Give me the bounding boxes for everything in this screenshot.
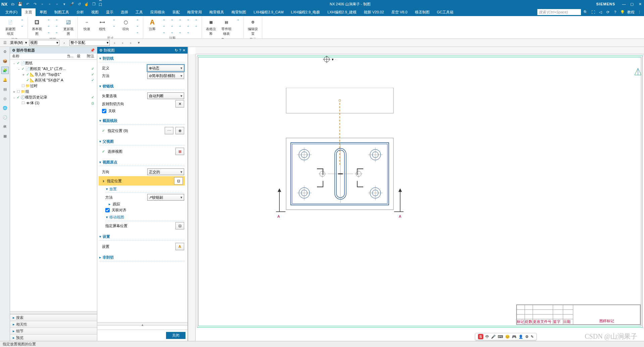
specify-position-row[interactable]: ⏵指定位置 ⊡ [99,176,185,186]
note-icon[interactable]: ▫ [161,17,167,23]
dim-icon[interactable]: ▫ [111,23,117,29]
tree-row[interactable]: ☐👁体 (1)⎙ [10,100,97,106]
note-icon[interactable]: ▫ [193,23,200,29]
note-icon[interactable]: ▫ [193,17,200,23]
note-icon[interactable]: ▫ [185,23,192,29]
minimize-button[interactable]: — [621,2,627,6]
note-icon[interactable]: ▫ [169,23,175,29]
qat-icon[interactable]: ▾ [62,1,67,7]
bell-icon[interactable]: 🔔 [2,76,8,83]
fullscreen-icon[interactable]: ⛶ [590,10,596,14]
menu-file[interactable]: 文件(F) [2,8,21,16]
dim-icon[interactable]: ▫ [111,17,117,23]
parts-list-button[interactable]: ▤零件明细表 [219,17,233,37]
menu-app[interactable]: 应用模块 [147,8,168,16]
nav-tree[interactable]: -✓📄图纸-✓📄图纸页 "A3_1" (工作...✓+✓📐导入的 "Top@1"… [10,60,97,311]
sec-cutline[interactable]: ▾剖切线 [99,55,185,62]
nav-back-icon[interactable]: ◁ [598,10,603,14]
drawing-canvas[interactable]: ▾· [188,47,644,341]
ime-tray[interactable]: S 中 🎤 ⌨ 😊 🎮 👤 ⚙ ✎ [475,333,537,340]
definition-combo[interactable]: ⊕ 动态▾ [147,65,184,71]
refresh-icon[interactable]: ⟳ [605,10,610,14]
acc-detail[interactable]: ▸细节 [10,328,97,334]
note-icon[interactable]: ▫ [185,17,192,23]
screen-pos-button[interactable]: ⊡ [175,222,184,229]
menu-nx[interactable]: 能新 V20.02 [361,8,387,16]
acc-search[interactable]: ▸搜索 [10,314,97,321]
browser-icon[interactable]: 🌐 [2,105,8,111]
csys-tool[interactable]: ▾· [323,56,336,63]
pin-icon[interactable]: 📌 [90,48,95,53]
view-icon[interactable]: ▫ [53,23,60,29]
note-icon[interactable]: ▫ [185,29,192,36]
menu-display[interactable]: 显示 [103,8,117,16]
edit-settings-button[interactable]: ⚙编辑设置 [246,17,260,37]
window-dropdown[interactable]: 窗口▾ [99,1,104,7]
help-icon[interactable]: ? [612,10,618,14]
lbl-specpos[interactable]: 指定位置 (9) [108,128,163,133]
filter-combo[interactable]: 视图▾ [29,40,59,46]
sec-seg[interactable]: ▾截面线段 [99,117,185,125]
touch-icon[interactable]: ☝ [84,1,89,7]
search-icon[interactable]: 🔍 [583,10,588,14]
sheet-icon[interactable]: ▦ [2,133,8,139]
dim-icon[interactable]: ▫ [134,29,141,36]
point-dialog-button[interactable]: ⋯ [165,127,173,134]
view-icon[interactable]: ▫ [53,29,60,36]
tutorial-icon[interactable]: 💡 [620,10,625,14]
view-icon[interactable]: ▫ [45,29,52,36]
sec-move[interactable]: ▾移动视图 [105,214,184,221]
table-icon[interactable]: ▫ [235,17,241,23]
help-icon[interactable]: ? [179,48,181,53]
vector-option-combo[interactable]: 自动判断▾ [147,92,184,99]
align-checkbox[interactable] [105,208,110,212]
reuse-icon[interactable]: ◎ [2,95,8,102]
menu-select[interactable]: 选择 [117,8,131,16]
dim-icon[interactable]: ▫ [134,17,141,23]
part-icon[interactable]: 📦 [2,58,8,64]
menu-sketch[interactable]: 草图 [36,8,50,16]
sheet-icon[interactable]: ▫ [19,23,25,29]
redo-icon[interactable]: ↷ [32,1,38,7]
lbl-track[interactable]: 跟踪 [113,202,120,207]
sheet-icon[interactable]: ▫ [19,17,25,23]
new-sheet-button[interactable]: 📄新建图纸页 [3,17,17,37]
sec-origin[interactable]: ▾视图原点 [99,159,185,166]
settings-button[interactable]: A [175,243,184,250]
note-icon[interactable]: ▫ [169,29,175,36]
radial-dim-button[interactable]: ◯径向 [119,17,133,32]
menu-ms[interactable]: 模圣制图 [412,8,433,16]
layer-icon[interactable]: ▤ [2,86,8,92]
sec-parent[interactable]: ▾父视图 [99,138,185,145]
sel-icon[interactable]: ▫ [112,40,118,46]
note-button[interactable]: A注释 [145,17,159,32]
menu-button[interactable]: 菜单(M) [10,40,23,45]
menu-ml3[interactable]: 梅雷制图 [228,8,250,16]
scope-combo[interactable]: 整个装配▾ [69,40,110,46]
menu-ml2[interactable]: 梅雷模具 [206,8,227,16]
menu-draft-tools[interactable]: 制图工具 [51,8,72,16]
note-icon[interactable]: ▫ [169,17,175,23]
refresh-icon[interactable]: ↻ [175,48,178,53]
menu-home[interactable]: 主页 [21,8,36,16]
settings-icon[interactable]: ⚙ [2,48,8,55]
menu-ml1[interactable]: 梅雷常用 [184,8,205,16]
specify-position-button[interactable]: ⊡ [174,177,183,185]
tutorial-label[interactable]: 教程 [627,10,635,15]
close-icon[interactable]: ✕ [182,48,185,53]
menu-gc[interactable]: GC工具箱 [434,8,457,16]
view-icon[interactable]: ▫ [45,23,52,29]
menu-lxh1[interactable]: LXH编程2.9_CAM [250,8,287,16]
qat-icon[interactable]: ▫ [40,1,45,7]
sec-settings[interactable]: ▾设置 [99,233,185,240]
update-view-button[interactable]: 🔄更新视图 [61,17,75,37]
place-method-combo[interactable]: ↗ 铰链副▾ [147,194,184,201]
part-navigator-tab[interactable]: 🧩 [2,67,8,74]
tree-row[interactable]: -✓🕘模型历史记录✓ [10,94,97,100]
note-icon[interactable]: ▫ [177,23,183,29]
assoc-checkbox[interactable] [102,109,106,113]
undo-icon[interactable]: ↶ [25,1,30,7]
more-icon[interactable]: ⋮ [637,10,642,14]
tree-row[interactable]: ☐📁过时 [10,83,97,89]
mic-icon[interactable]: 🎤 [69,1,74,7]
